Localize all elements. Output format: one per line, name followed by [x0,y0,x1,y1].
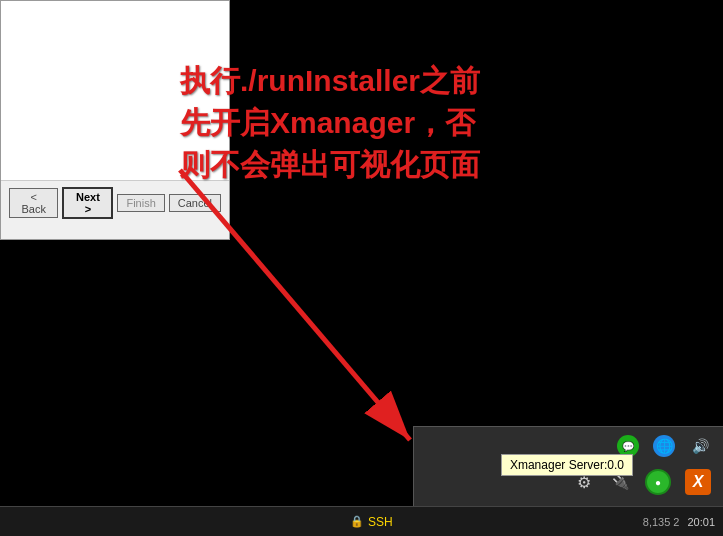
next-button[interactable]: Next > [62,187,113,219]
installer-buttons: < Back Next > Finish Cancel [1,181,229,225]
taskbar-ssh-label[interactable]: 🔒 SSH [350,515,393,529]
xmanager-tooltip: Xmanager Server:0.0 [501,454,633,476]
globe-icon[interactable]: 🌐 [653,435,675,457]
taskbar-time: 20:01 [687,516,715,528]
taskbar-stats: 8,135 2 [643,516,680,528]
lock-icon: 🔒 [350,515,364,528]
cancel-button[interactable]: Cancel [169,194,221,212]
speaker-icon[interactable]: 🔊 [689,435,711,457]
time-text: 20:01 [687,516,715,528]
annotation-line3: 则不会弹出可视化页面 [180,144,480,186]
xmanager-tooltip-text: Xmanager Server:0.0 [510,458,624,472]
stats-text: 8,135 2 [643,516,680,528]
back-button[interactable]: < Back [9,188,58,218]
annotation-overlay: 执行./runInstaller之前 先开启Xmanager，否 则不会弹出可视… [180,60,480,186]
finish-button[interactable]: Finish [117,194,164,212]
annotation-line2: 先开启Xmanager，否 [180,102,480,144]
annotation-line1: 执行./runInstaller之前 [180,60,480,102]
taskbar: 🔒 SSH 8,135 2 20:01 [0,506,723,536]
ssh-text: SSH [368,515,393,529]
xmanager-x-icon[interactable]: X [685,469,711,495]
xmanager-green-icon[interactable]: ● [645,469,671,495]
